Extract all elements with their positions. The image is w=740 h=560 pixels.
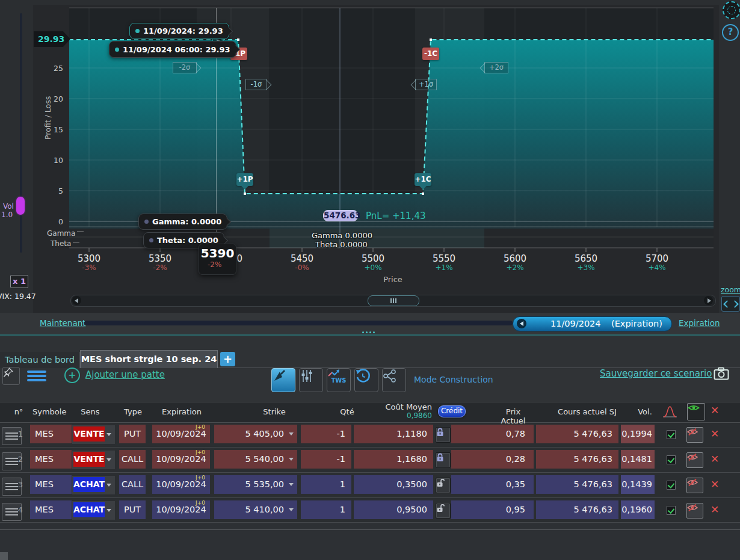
cost-cell[interactable]: 1,1680 <box>354 450 433 469</box>
qty-cell[interactable]: -1 <box>301 450 351 469</box>
delete-leg-button[interactable] <box>711 504 719 515</box>
tab-strategy[interactable]: MES short strgle 10 sep. 24 <box>80 350 218 368</box>
sens-select[interactable]: ACHAT <box>72 500 116 520</box>
delete-leg-button[interactable] <box>711 454 719 464</box>
hide-leg-button[interactable] <box>686 503 703 518</box>
sens-select[interactable]: VENTE <box>72 425 116 445</box>
table-header <box>0 402 740 423</box>
col-strike: Strike <box>253 407 295 416</box>
vol-cell[interactable]: 0,1481 <box>621 450 655 469</box>
sigma-plus1-tag: +1σ <box>415 79 437 90</box>
strike-select[interactable]: 5 410,00 <box>214 500 297 519</box>
sens-select[interactable]: VENTE <box>72 450 116 470</box>
x-tick: 5650 <box>567 253 605 264</box>
distribution-curve-icon[interactable] <box>662 404 678 419</box>
chevron-left-icon <box>723 300 731 308</box>
zoom-extent-button[interactable] <box>721 296 740 312</box>
lock-button[interactable] <box>436 427 451 443</box>
vol-cell[interactable]: 0,1994 <box>621 425 655 443</box>
delete-leg-button[interactable] <box>711 428 719 439</box>
y-tick: 10 <box>51 156 63 165</box>
save-scenario-link[interactable]: Sauvegarder ce scenario <box>600 368 712 379</box>
long-put-marker[interactable]: +1P <box>236 173 253 186</box>
vol-cell[interactable]: 0,1439 <box>621 475 655 494</box>
credit-badge[interactable]: Crédit <box>438 405 466 417</box>
expiration-cell[interactable]: J+0 10/09/2024 <box>152 475 210 494</box>
col-cost: Coût Moyen 0,9860 <box>373 402 432 420</box>
hide-leg-button[interactable] <box>686 427 703 443</box>
delete-all-button[interactable] <box>711 405 719 416</box>
timeline-date-pill[interactable]: 11/09/2024 (Expiration) <box>513 316 672 331</box>
qty-cell[interactable]: 1 <box>301 500 351 519</box>
tws-button[interactable]: TWS <box>327 368 351 392</box>
scrollbar-thumb[interactable] <box>368 295 419 306</box>
hide-leg-button[interactable] <box>686 478 703 493</box>
expiration-cell[interactable]: J+0 10/09/2024 <box>152 450 210 469</box>
expiration-cell[interactable]: J+0 10/09/2024 <box>152 500 210 519</box>
max-profit-label: 29.93 <box>34 31 70 47</box>
show-all-legs-button[interactable] <box>687 403 705 420</box>
sigma-minus2-tag: -2σ <box>173 62 197 73</box>
cost-cell[interactable]: 0,9500 <box>354 500 433 519</box>
help-icon[interactable]: ? <box>722 24 739 41</box>
sigma-plus2-tag: +2σ <box>484 62 508 73</box>
scroll-right-icon[interactable] <box>704 296 713 305</box>
symbol-cell: MES <box>30 475 73 494</box>
col-spot: Cours actuel SJ <box>558 407 617 416</box>
expiration-link[interactable]: Expiration <box>679 318 720 328</box>
sens-select[interactable]: ACHAT <box>72 475 116 495</box>
short-call-marker[interactable]: -1C <box>422 48 439 60</box>
lock-button[interactable] <box>436 478 451 493</box>
multiplier-button[interactable]: x 1 <box>10 275 28 288</box>
adjust-sliders-button[interactable] <box>299 368 323 392</box>
vix-value: VIX: 19.47 <box>0 292 36 301</box>
delete-leg-button[interactable] <box>711 479 719 490</box>
camera-icon <box>714 367 729 380</box>
menu-button[interactable] <box>27 371 46 381</box>
tws-label: TWS <box>331 377 346 384</box>
strike-select[interactable]: 5 405,00 <box>214 425 297 443</box>
long-call-marker[interactable]: +1C <box>415 173 431 186</box>
lock-button[interactable] <box>436 452 451 468</box>
scroll-left-icon[interactable] <box>72 296 81 305</box>
leg-enabled-checkbox[interactable] <box>667 481 676 490</box>
qty-cell[interactable]: -1 <box>301 425 351 443</box>
pill-left-arrow-icon[interactable] <box>517 319 526 328</box>
construction-tool-button[interactable] <box>271 368 295 392</box>
vol-slider-thumb[interactable] <box>16 197 25 215</box>
hide-leg-button[interactable] <box>686 452 703 468</box>
tab-dashboard[interactable]: Tableau de bord <box>0 352 80 368</box>
bullet-icon <box>149 238 153 242</box>
expiration-cell[interactable]: J+0 10/09/2024 <box>152 425 210 443</box>
resize-corner[interactable] <box>0 552 8 560</box>
strike-select[interactable]: 5 540,00 <box>214 450 297 469</box>
x-tick: 5300 <box>70 253 108 264</box>
splitter-handle-icon[interactable] <box>360 331 377 336</box>
chevron-down-icon <box>106 458 111 461</box>
add-tab-button[interactable] <box>220 352 235 366</box>
settings-gear-icon[interactable] <box>723 1 740 19</box>
leg-enabled-checkbox[interactable] <box>667 430 676 439</box>
now-link[interactable]: Maintenant <box>40 318 86 328</box>
strike-select[interactable]: 5 535,00 <box>214 475 297 494</box>
history-button[interactable] <box>354 368 378 392</box>
hamburger-icon <box>27 371 46 373</box>
add-leg-plus-icon[interactable] <box>64 368 80 383</box>
pin-button[interactable] <box>2 367 20 385</box>
tws-chart-icon <box>327 369 341 377</box>
cost-cell[interactable]: 0,3500 <box>354 475 433 494</box>
zoom-link[interactable]: zoom <box>721 285 740 294</box>
x-tick-pct: +2% <box>496 263 534 272</box>
vol-cell[interactable]: 0,1960 <box>621 500 655 519</box>
lock-button[interactable] <box>436 503 451 518</box>
leg-enabled-checkbox[interactable] <box>667 455 676 464</box>
sigma-minus1-tag: -1σ <box>245 79 267 90</box>
share-button[interactable] <box>382 368 406 392</box>
cost-cell[interactable]: 1,1180 <box>354 425 433 443</box>
timeline-track[interactable] <box>84 321 513 325</box>
leg-enabled-checkbox[interactable] <box>667 506 676 515</box>
add-leg-link[interactable]: Ajouter une patte <box>85 369 165 380</box>
vol-slider-track[interactable] <box>20 13 22 253</box>
qty-cell[interactable]: 1 <box>301 475 351 494</box>
theta-row-label: Theta <box>51 239 79 248</box>
